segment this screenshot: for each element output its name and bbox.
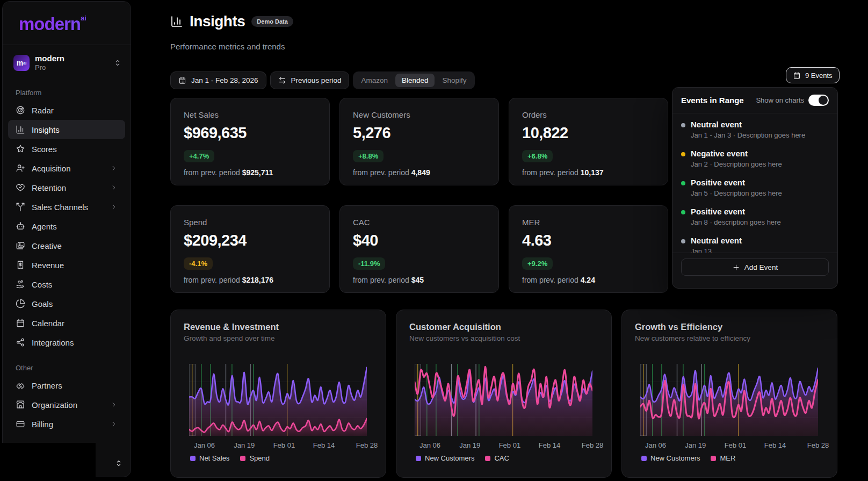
chart-x-axis: Jan 06Jan 19Feb 01Feb 14Feb 28	[640, 441, 818, 450]
legend-swatch	[416, 456, 421, 461]
chart-plot[interactable]	[189, 364, 367, 436]
event-meta: Jan 13	[691, 247, 742, 253]
metric-prev: from prev. period 4.24	[522, 276, 655, 284]
segment-amazon[interactable]: Amazon	[355, 74, 394, 87]
chevron-right-icon	[110, 203, 118, 211]
metric-change-badge: +4.7%	[184, 150, 214, 162]
workspace-switcher[interactable]: mai modern Pro	[3, 45, 131, 72]
show-on-charts-toggle[interactable]	[808, 95, 829, 106]
app-logo: modernai	[3, 2, 131, 33]
metric-label: Net Sales	[184, 110, 316, 119]
legend-swatch	[485, 456, 490, 461]
radar-icon	[16, 105, 25, 115]
sidebar-item-creative[interactable]: Creative	[8, 236, 125, 255]
sidebar-item-retention[interactable]: Retention	[8, 178, 125, 197]
metric-value: 5,276	[353, 124, 486, 142]
metric-change-badge: -4.1%	[184, 257, 213, 270]
metric-value: 4.63	[522, 232, 655, 249]
legend-item-cac: CAC	[485, 454, 509, 462]
event-title: Neutral event	[691, 236, 742, 246]
chart-legend: New CustomersMER	[641, 454, 735, 462]
chevrons-up-down-icon	[114, 459, 123, 468]
nav-section-label: Platform	[16, 89, 118, 97]
metric-prev: from prev. period 4,849	[353, 168, 486, 177]
calendar-icon	[178, 76, 186, 84]
metric-label: Spend	[184, 218, 316, 227]
nav-label: Costs	[32, 280, 118, 289]
event-item-neutral[interactable]: Neutral eventJan 1 - Jan 3 · Description…	[681, 120, 829, 149]
chart-legend: New CustomersCAC	[416, 454, 509, 462]
segment-shopify[interactable]: Shopify	[436, 74, 473, 87]
event-title: Positive event	[691, 178, 782, 188]
sidebar-item-acquisition[interactable]: Acquisition	[8, 159, 125, 178]
chart-plot[interactable]	[640, 364, 818, 436]
metric-change-badge: +8.8%	[353, 150, 384, 162]
nav-label: Partners	[32, 381, 118, 390]
chevron-right-icon	[110, 401, 118, 408]
metric-prev: from prev. period 10,137	[522, 168, 655, 177]
sidebar-item-insights[interactable]: Insights	[8, 120, 125, 139]
chevron-right-icon	[110, 184, 118, 191]
metric-change-badge: +9.2%	[522, 257, 553, 270]
metric-card-new-customers: New Customers 5,276 +8.8% from prev. per…	[339, 98, 499, 185]
filter-bar: Jan 1 - Feb 28, 2026 Previous period Ama…	[170, 71, 475, 89]
sidebar: modernai mai modern Pro PlatformRadarIns…	[2, 1, 131, 477]
page-subtitle: Performance metrics and trends	[170, 42, 285, 51]
x-tick-label: Feb 28	[356, 441, 378, 449]
sidebar-item-radar[interactable]: Radar	[8, 100, 125, 120]
workspace-name: modern	[35, 54, 108, 63]
images-icon	[16, 241, 25, 250]
x-tick-label: Jan 19	[234, 441, 255, 449]
insights-chart-icon	[170, 15, 183, 28]
events-list: Neutral eventJan 1 - Jan 3 · Description…	[672, 113, 837, 253]
metric-card-mer: MER 4.63 +9.2% from prev. period 4.24	[509, 205, 668, 293]
legend-swatch	[641, 456, 647, 461]
sidebar-item-scores[interactable]: Scores	[8, 139, 125, 159]
add-event-button[interactable]: Add Event	[681, 259, 829, 276]
sidebar-item-revenue[interactable]: Revenue	[8, 255, 125, 275]
chart-subtitle: Growth and spend over time	[184, 334, 275, 342]
event-neutral-dot	[681, 123, 685, 127]
metric-label: New Customers	[353, 110, 486, 119]
metric-value: $209,234	[184, 232, 316, 249]
metric-prev: from prev. period $218,176	[184, 276, 316, 284]
x-tick-label: Jan 19	[685, 441, 706, 449]
calendar-icon	[16, 318, 25, 328]
sidebar-item-sales-channels[interactable]: Sales Channels	[8, 197, 125, 217]
event-title: Positive event	[691, 207, 781, 217]
chevron-right-icon	[110, 420, 118, 428]
nav-label: Integrations	[32, 338, 118, 347]
event-item-positive[interactable]: Positive eventJan 8 · description goes h…	[681, 207, 829, 236]
events-count-button[interactable]: 9 Events	[786, 67, 840, 83]
sidebar-item-billing[interactable]: Billing	[8, 414, 125, 434]
sidebar-item-partners[interactable]: Partners	[8, 376, 125, 395]
sidebar-item-costs[interactable]: Costs	[8, 275, 125, 294]
segment-blended[interactable]: Blended	[395, 74, 435, 87]
event-item-negative[interactable]: Negative eventJan 2 · Description goes h…	[681, 149, 829, 178]
nav-label: Goals	[32, 299, 118, 308]
legend-item-mer: MER	[711, 454, 735, 462]
chart-plot[interactable]	[415, 364, 592, 436]
event-item-positive[interactable]: Positive eventJan 5 · Description goes h…	[681, 178, 829, 207]
compare-period-button[interactable]: Previous period	[270, 71, 350, 89]
swap-arrows-icon	[278, 76, 286, 84]
sidebar-item-agents[interactable]: Agents	[8, 217, 125, 236]
metric-change-badge: -11.9%	[353, 257, 385, 270]
sidebar-item-calendar[interactable]: Calendar	[8, 313, 125, 333]
event-positive-dot	[681, 210, 685, 214]
sidebar-item-goals[interactable]: Goals	[8, 294, 125, 313]
metrics-grid: Net Sales $969,635 +4.7% from prev. peri…	[170, 98, 668, 293]
date-range-button[interactable]: Jan 1 - Feb 28, 2026	[170, 71, 266, 89]
pie-icon	[16, 299, 25, 308]
legend-swatch	[240, 456, 245, 461]
sidebar-item-integrations[interactable]: Integrations	[8, 333, 125, 352]
event-item-neutral[interactable]: Neutral eventJan 13	[681, 236, 829, 253]
sidebar-item-organization[interactable]: Organization	[8, 395, 125, 414]
workspace-avatar: mai	[13, 55, 30, 71]
metric-card-net-sales: Net Sales $969,635 +4.7% from prev. peri…	[170, 98, 330, 185]
x-tick-label: Feb 14	[764, 441, 786, 449]
chart-subtitle: New customers vs acquisition cost	[409, 334, 520, 342]
sidebar-collapse-button[interactable]	[113, 458, 124, 469]
star-icon	[16, 144, 25, 154]
demo-data-badge: Demo Data	[251, 16, 293, 27]
